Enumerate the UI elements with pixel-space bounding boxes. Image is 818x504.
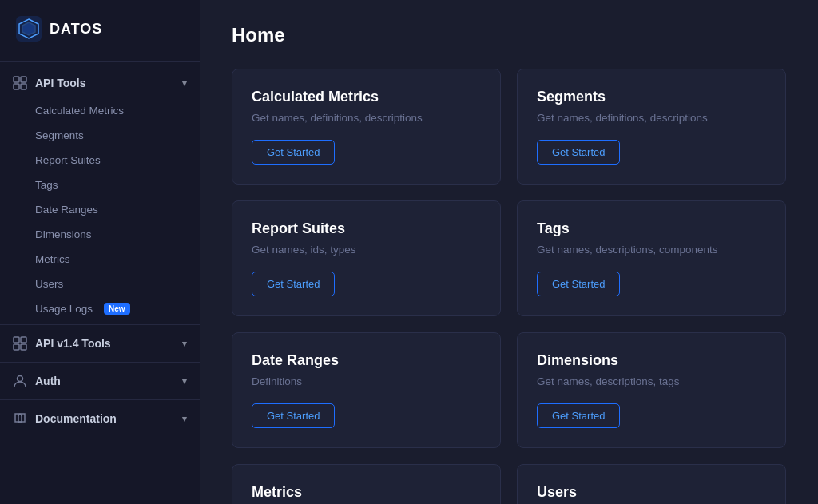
- page-title: Home: [232, 24, 786, 46]
- card-calculated-metrics-button[interactable]: Get Started: [252, 140, 335, 165]
- card-dimensions-title: Dimensions: [537, 352, 766, 369]
- sidebar-item-usage-logs[interactable]: Usage Logs New: [0, 296, 200, 321]
- card-users: Users Get names, ids, last access dates …: [517, 464, 786, 504]
- sidebar-item-calculated-metrics[interactable]: Calculated Metrics: [0, 98, 200, 123]
- svg-point-9: [18, 376, 23, 382]
- sidebar-item-date-ranges[interactable]: Date Ranges: [0, 197, 200, 222]
- card-dimensions-button[interactable]: Get Started: [537, 403, 620, 428]
- card-date-ranges-button[interactable]: Get Started: [252, 403, 335, 428]
- svg-rect-2: [21, 77, 26, 82]
- sidebar-item-report-suites[interactable]: Report Suites: [0, 148, 200, 173]
- card-segments-button[interactable]: Get Started: [537, 140, 620, 165]
- cards-grid: Calculated Metrics Get names, definition…: [232, 69, 786, 504]
- sidebar-item-metrics[interactable]: Metrics: [0, 247, 200, 272]
- badge-new: New: [104, 303, 130, 315]
- user-icon: [13, 374, 27, 388]
- api-tools-label: API Tools: [35, 77, 86, 89]
- card-calculated-metrics-title: Calculated Metrics: [252, 89, 481, 105]
- chevron-down-icon-3: ▾: [182, 376, 187, 387]
- sidebar: DATOS API Tools ▾ Calculated Metrics Seg…: [0, 0, 200, 504]
- svg-rect-1: [14, 77, 19, 82]
- card-tags-title: Tags: [537, 220, 766, 237]
- svg-rect-6: [21, 337, 26, 343]
- sidebar-group-api-v14-tools[interactable]: API v1.4 Tools ▾: [0, 328, 200, 359]
- main-content: Home Calculated Metrics Get names, defin…: [200, 0, 818, 504]
- svg-rect-7: [14, 344, 19, 350]
- chevron-down-icon-4: ▾: [182, 414, 187, 424]
- card-dimensions: Dimensions Get names, descriptions, tags…: [517, 332, 786, 448]
- logo-text: DATOS: [50, 21, 102, 38]
- card-tags: Tags Get names, descriptions, components…: [517, 200, 786, 316]
- svg-rect-5: [14, 337, 19, 343]
- grid-icon-2: [13, 336, 27, 351]
- card-segments-title: Segments: [537, 89, 766, 105]
- api-v14-tools-label: API v1.4 Tools: [35, 337, 111, 350]
- card-date-ranges: Date Ranges Definitions Get Started: [232, 332, 501, 448]
- sidebar-divider-1: [0, 324, 200, 325]
- auth-label: Auth: [35, 375, 61, 387]
- chevron-down-icon: ▾: [182, 78, 187, 89]
- card-users-title: Users: [537, 484, 766, 501]
- card-date-ranges-desc: Definitions: [252, 375, 481, 387]
- card-metrics: Metrics Get names, descriptions, tags Ge…: [232, 464, 501, 504]
- card-calculated-metrics-desc: Get names, definitions, descriptions: [252, 112, 481, 124]
- svg-rect-4: [21, 84, 26, 89]
- datos-logo-icon: [16, 16, 42, 42]
- card-tags-desc: Get names, descriptions, components: [537, 244, 766, 256]
- sidebar-item-segments[interactable]: Segments: [0, 123, 200, 148]
- card-tags-button[interactable]: Get Started: [537, 272, 620, 296]
- card-dimensions-desc: Get names, descriptions, tags: [537, 375, 766, 387]
- card-calculated-metrics: Calculated Metrics Get names, definition…: [232, 69, 501, 185]
- sidebar-item-dimensions[interactable]: Dimensions: [0, 222, 200, 247]
- card-report-suites-button[interactable]: Get Started: [252, 272, 335, 296]
- card-segments: Segments Get names, definitions, descrip…: [517, 69, 786, 185]
- sidebar-item-tags[interactable]: Tags: [0, 173, 200, 197]
- sidebar-divider-2: [0, 362, 200, 363]
- card-report-suites-title: Report Suites: [252, 220, 481, 237]
- svg-rect-8: [21, 344, 26, 350]
- documentation-label: Documentation: [35, 412, 117, 425]
- card-segments-desc: Get names, definitions, descriptions: [537, 112, 766, 124]
- grid-icon: [13, 76, 27, 90]
- sidebar-divider-3: [0, 399, 200, 400]
- sidebar-nav: API Tools ▾ Calculated Metrics Segments …: [0, 62, 200, 440]
- svg-rect-3: [14, 84, 19, 89]
- card-metrics-title: Metrics: [252, 484, 481, 501]
- logo-area: DATOS: [0, 0, 200, 62]
- sidebar-group-api-tools[interactable]: API Tools ▾: [0, 68, 200, 98]
- chevron-down-icon-2: ▾: [182, 339, 187, 349]
- card-date-ranges-title: Date Ranges: [252, 352, 481, 369]
- sidebar-group-documentation[interactable]: Documentation ▾: [0, 403, 200, 434]
- card-report-suites-desc: Get names, ids, types: [252, 244, 481, 256]
- card-report-suites: Report Suites Get names, ids, types Get …: [232, 200, 501, 316]
- sidebar-group-auth[interactable]: Auth ▾: [0, 366, 200, 396]
- sidebar-item-users[interactable]: Users: [0, 272, 200, 296]
- book-icon: [13, 411, 27, 426]
